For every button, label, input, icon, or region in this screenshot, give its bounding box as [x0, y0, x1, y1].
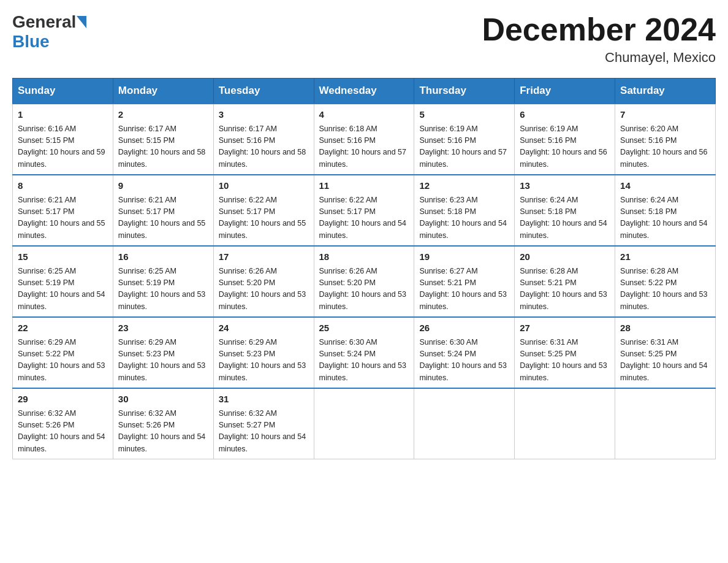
day-info: Sunrise: 6:17 AMSunset: 5:15 PMDaylight:…	[118, 124, 205, 169]
calendar-cell: 9 Sunrise: 6:21 AMSunset: 5:17 PMDayligh…	[113, 175, 213, 246]
calendar-cell: 8 Sunrise: 6:21 AMSunset: 5:17 PMDayligh…	[13, 175, 113, 246]
day-number: 16	[118, 250, 208, 264]
calendar-cell: 16 Sunrise: 6:25 AMSunset: 5:19 PMDaylig…	[113, 246, 213, 317]
day-number: 17	[219, 250, 309, 264]
day-info: Sunrise: 6:31 AMSunset: 5:25 PMDaylight:…	[520, 338, 607, 382]
calendar-cell: 13 Sunrise: 6:24 AMSunset: 5:18 PMDaylig…	[515, 175, 615, 246]
day-info: Sunrise: 6:23 AMSunset: 5:18 PMDaylight:…	[419, 196, 506, 240]
calendar-cell: 11 Sunrise: 6:22 AMSunset: 5:17 PMDaylig…	[314, 175, 414, 246]
day-number: 8	[18, 179, 108, 193]
calendar-cell: 26 Sunrise: 6:30 AMSunset: 5:24 PMDaylig…	[414, 317, 515, 388]
day-number: 31	[219, 393, 309, 407]
calendar-week-5: 29 Sunrise: 6:32 AMSunset: 5:26 PMDaylig…	[13, 388, 716, 459]
day-info: Sunrise: 6:26 AMSunset: 5:20 PMDaylight:…	[319, 267, 406, 311]
calendar-cell: 24 Sunrise: 6:29 AMSunset: 5:23 PMDaylig…	[213, 317, 314, 388]
logo-arrow-icon	[77, 16, 86, 28]
day-number: 27	[520, 321, 610, 335]
calendar-week-2: 8 Sunrise: 6:21 AMSunset: 5:17 PMDayligh…	[13, 175, 716, 246]
calendar-cell: 4 Sunrise: 6:18 AMSunset: 5:16 PMDayligh…	[314, 104, 414, 175]
calendar-cell: 7 Sunrise: 6:20 AMSunset: 5:16 PMDayligh…	[615, 104, 716, 175]
day-number: 5	[419, 108, 509, 122]
day-number: 30	[118, 393, 208, 407]
day-number: 18	[319, 250, 409, 264]
calendar-week-1: 1 Sunrise: 6:16 AMSunset: 5:15 PMDayligh…	[13, 104, 716, 175]
day-info: Sunrise: 6:25 AMSunset: 5:19 PMDaylight:…	[18, 267, 105, 311]
day-number: 26	[419, 321, 509, 335]
day-info: Sunrise: 6:21 AMSunset: 5:17 PMDaylight:…	[18, 196, 105, 240]
calendar-cell: 27 Sunrise: 6:31 AMSunset: 5:25 PMDaylig…	[515, 317, 615, 388]
day-info: Sunrise: 6:22 AMSunset: 5:17 PMDaylight:…	[219, 196, 306, 240]
day-info: Sunrise: 6:25 AMSunset: 5:19 PMDaylight:…	[118, 267, 205, 311]
day-info: Sunrise: 6:28 AMSunset: 5:22 PMDaylight:…	[620, 267, 707, 311]
day-number: 9	[118, 179, 208, 193]
day-info: Sunrise: 6:32 AMSunset: 5:26 PMDaylight:…	[118, 409, 205, 453]
calendar-cell: 14 Sunrise: 6:24 AMSunset: 5:18 PMDaylig…	[615, 175, 716, 246]
calendar-cell	[515, 388, 615, 459]
calendar-cell: 6 Sunrise: 6:19 AMSunset: 5:16 PMDayligh…	[515, 104, 615, 175]
calendar-cell: 15 Sunrise: 6:25 AMSunset: 5:19 PMDaylig…	[13, 246, 113, 317]
day-number: 10	[219, 179, 309, 193]
col-wednesday: Wednesday	[314, 79, 414, 104]
day-number: 15	[18, 250, 108, 264]
day-number: 3	[219, 108, 309, 122]
day-info: Sunrise: 6:17 AMSunset: 5:16 PMDaylight:…	[219, 124, 306, 169]
day-info: Sunrise: 6:30 AMSunset: 5:24 PMDaylight:…	[319, 338, 406, 382]
logo: General Blue	[12, 12, 87, 52]
day-info: Sunrise: 6:19 AMSunset: 5:16 PMDaylight:…	[520, 124, 607, 169]
day-info: Sunrise: 6:28 AMSunset: 5:21 PMDaylight:…	[520, 267, 607, 311]
day-number: 24	[219, 321, 309, 335]
calendar-cell: 29 Sunrise: 6:32 AMSunset: 5:26 PMDaylig…	[13, 388, 113, 459]
calendar-cell: 17 Sunrise: 6:26 AMSunset: 5:20 PMDaylig…	[213, 246, 314, 317]
day-info: Sunrise: 6:27 AMSunset: 5:21 PMDaylight:…	[419, 267, 506, 311]
calendar-cell: 23 Sunrise: 6:29 AMSunset: 5:23 PMDaylig…	[113, 317, 213, 388]
day-info: Sunrise: 6:21 AMSunset: 5:17 PMDaylight:…	[118, 196, 205, 240]
day-number: 6	[520, 108, 610, 122]
calendar-cell: 21 Sunrise: 6:28 AMSunset: 5:22 PMDaylig…	[615, 246, 716, 317]
day-info: Sunrise: 6:29 AMSunset: 5:23 PMDaylight:…	[219, 338, 306, 382]
title-block: December 2024 Chumayel, Mexico	[482, 12, 716, 66]
calendar-cell: 30 Sunrise: 6:32 AMSunset: 5:26 PMDaylig…	[113, 388, 213, 459]
day-number: 23	[118, 321, 208, 335]
day-info: Sunrise: 6:30 AMSunset: 5:24 PMDaylight:…	[419, 338, 506, 382]
day-info: Sunrise: 6:18 AMSunset: 5:16 PMDaylight:…	[319, 124, 406, 169]
col-monday: Monday	[113, 79, 213, 104]
calendar-cell: 28 Sunrise: 6:31 AMSunset: 5:25 PMDaylig…	[615, 317, 716, 388]
col-saturday: Saturday	[615, 79, 716, 104]
day-number: 13	[520, 179, 610, 193]
day-info: Sunrise: 6:22 AMSunset: 5:17 PMDaylight:…	[319, 196, 406, 240]
col-sunday: Sunday	[13, 79, 113, 104]
logo-blue-text: Blue	[12, 32, 50, 51]
day-number: 25	[319, 321, 409, 335]
page-header: General Blue December 2024 Chumayel, Mex…	[12, 12, 716, 66]
day-number: 20	[520, 250, 610, 264]
col-friday: Friday	[515, 79, 615, 104]
calendar-cell: 2 Sunrise: 6:17 AMSunset: 5:15 PMDayligh…	[113, 104, 213, 175]
calendar-cell: 12 Sunrise: 6:23 AMSunset: 5:18 PMDaylig…	[414, 175, 515, 246]
logo-general-text: General	[12, 12, 76, 32]
calendar-cell: 10 Sunrise: 6:22 AMSunset: 5:17 PMDaylig…	[213, 175, 314, 246]
calendar-cell: 3 Sunrise: 6:17 AMSunset: 5:16 PMDayligh…	[213, 104, 314, 175]
day-info: Sunrise: 6:20 AMSunset: 5:16 PMDaylight:…	[620, 124, 707, 169]
calendar-cell	[314, 388, 414, 459]
day-info: Sunrise: 6:32 AMSunset: 5:26 PMDaylight:…	[18, 409, 105, 453]
day-number: 4	[319, 108, 409, 122]
day-info: Sunrise: 6:24 AMSunset: 5:18 PMDaylight:…	[620, 196, 707, 240]
day-number: 21	[620, 250, 710, 264]
day-info: Sunrise: 6:26 AMSunset: 5:20 PMDaylight:…	[219, 267, 306, 311]
day-number: 11	[319, 179, 409, 193]
calendar-cell: 18 Sunrise: 6:26 AMSunset: 5:20 PMDaylig…	[314, 246, 414, 317]
calendar-table: Sunday Monday Tuesday Wednesday Thursday…	[12, 78, 716, 459]
calendar-week-3: 15 Sunrise: 6:25 AMSunset: 5:19 PMDaylig…	[13, 246, 716, 317]
col-thursday: Thursday	[414, 79, 515, 104]
day-number: 22	[18, 321, 108, 335]
day-number: 7	[620, 108, 710, 122]
day-info: Sunrise: 6:29 AMSunset: 5:23 PMDaylight:…	[118, 338, 205, 382]
location-subtitle: Chumayel, Mexico	[482, 50, 716, 66]
calendar-week-4: 22 Sunrise: 6:29 AMSunset: 5:22 PMDaylig…	[13, 317, 716, 388]
calendar-cell: 25 Sunrise: 6:30 AMSunset: 5:24 PMDaylig…	[314, 317, 414, 388]
day-number: 2	[118, 108, 208, 122]
calendar-cell: 1 Sunrise: 6:16 AMSunset: 5:15 PMDayligh…	[13, 104, 113, 175]
day-info: Sunrise: 6:19 AMSunset: 5:16 PMDaylight:…	[419, 124, 506, 169]
calendar-header-row: Sunday Monday Tuesday Wednesday Thursday…	[13, 79, 716, 104]
calendar-cell	[414, 388, 515, 459]
